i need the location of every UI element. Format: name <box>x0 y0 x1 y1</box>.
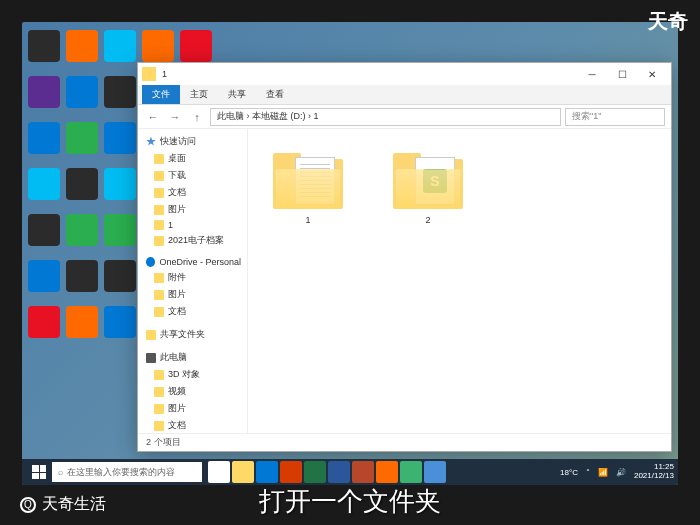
nav-item[interactable]: 文档 <box>140 417 245 433</box>
taskbar-app[interactable] <box>256 461 278 483</box>
taskbar-app[interactable] <box>304 461 326 483</box>
folder-item[interactable]: S 2 <box>388 149 468 225</box>
desktop-icon[interactable] <box>66 168 98 200</box>
taskbar-app[interactable] <box>424 461 446 483</box>
nav-item[interactable]: 2021电子档案 <box>140 232 245 249</box>
star-icon <box>146 137 156 147</box>
desktop-icon[interactable] <box>66 76 98 108</box>
desktop-icon[interactable] <box>28 214 60 246</box>
desktop-icon[interactable] <box>104 30 136 62</box>
folder-icon <box>154 387 164 397</box>
video-subtitle: 打开一个文件夹 <box>259 484 441 519</box>
address-bar: ← → ↑ 此电脑 › 本地磁盘 (D:) › 1 搜索"1" <box>138 105 671 129</box>
taskbar-app[interactable] <box>208 461 230 483</box>
file-explorer-window: 1 ─ ☐ ✕ 文件 主页 共享 查看 ← → ↑ 此电脑 › 本地磁盘 (D:… <box>137 62 672 452</box>
minimize-button[interactable]: ─ <box>577 64 607 84</box>
windows-logo-icon <box>32 465 46 479</box>
desktop-icon[interactable] <box>66 30 98 62</box>
desktop-icon[interactable] <box>28 30 60 62</box>
maximize-button[interactable]: ☐ <box>607 64 637 84</box>
desktop-icon[interactable] <box>104 76 136 108</box>
desktop-icon[interactable] <box>104 122 136 154</box>
folder-icon <box>154 370 164 380</box>
search-input[interactable]: 搜索"1" <box>565 108 665 126</box>
taskbar-search[interactable]: ⌕ 在这里输入你要搜索的内容 <box>52 462 202 482</box>
taskbar-app[interactable] <box>280 461 302 483</box>
volume-icon[interactable]: 🔊 <box>616 468 626 477</box>
folder-icon <box>154 188 164 198</box>
tab-view[interactable]: 查看 <box>256 85 294 104</box>
folder-icon <box>142 67 156 81</box>
desktop-icon[interactable] <box>28 168 60 200</box>
nav-item[interactable]: 图片 <box>140 400 245 417</box>
back-button[interactable]: ← <box>144 108 162 126</box>
folder-icon <box>154 171 164 181</box>
desktop-icon[interactable] <box>28 306 60 338</box>
address-input[interactable]: 此电脑 › 本地磁盘 (D:) › 1 <box>210 108 561 126</box>
content-pane[interactable]: 1 S 2 <box>248 129 671 433</box>
desktop-icon[interactable] <box>28 76 60 108</box>
folder-icon <box>154 273 164 283</box>
start-button[interactable] <box>26 459 52 485</box>
taskbar: ⌕ 在这里输入你要搜索的内容 18°C ˄ 📶 🔊 11:25 2021/12/… <box>22 459 678 485</box>
status-bar: 2 个项目 <box>138 433 671 451</box>
wifi-icon[interactable]: 📶 <box>598 468 608 477</box>
desktop-icon[interactable] <box>104 168 136 200</box>
desktop-icon[interactable] <box>66 122 98 154</box>
nav-item[interactable]: 图片 <box>140 286 245 303</box>
forward-button[interactable]: → <box>166 108 184 126</box>
nav-item[interactable]: 文档 <box>140 303 245 320</box>
desktop-icon[interactable] <box>142 30 174 62</box>
nav-item[interactable]: 1 <box>140 218 245 232</box>
brand-search-icon: Q <box>20 497 36 513</box>
desktop-icon[interactable] <box>66 214 98 246</box>
search-placeholder: 在这里输入你要搜索的内容 <box>67 466 175 479</box>
window-title: 1 <box>162 69 577 79</box>
nav-this-pc[interactable]: 此电脑 <box>140 349 245 366</box>
folder-item[interactable]: 1 <box>268 149 348 225</box>
nav-share[interactable]: 共享文件夹 <box>140 326 245 343</box>
tab-file[interactable]: 文件 <box>142 85 180 104</box>
folder-thumbnail <box>273 149 343 209</box>
search-icon: ⌕ <box>58 467 63 477</box>
taskbar-app[interactable] <box>376 461 398 483</box>
folder-icon <box>146 330 156 340</box>
weather-widget[interactable]: 18°C <box>560 468 578 477</box>
nav-item[interactable]: 桌面 <box>140 150 245 167</box>
ribbon-tabs: 文件 主页 共享 查看 <box>138 85 671 105</box>
tab-share[interactable]: 共享 <box>218 85 256 104</box>
brand-bottom-left: Q 天奇生活 <box>20 494 106 515</box>
desktop-icon[interactable] <box>104 306 136 338</box>
taskbar-app[interactable] <box>328 461 350 483</box>
titlebar[interactable]: 1 ─ ☐ ✕ <box>138 63 671 85</box>
taskbar-app[interactable] <box>400 461 422 483</box>
tray-chevron-icon[interactable]: ˄ <box>586 468 590 477</box>
brand-bl-text: 天奇生活 <box>42 494 106 515</box>
cloud-icon <box>146 257 155 267</box>
nav-item[interactable]: 视频 <box>140 383 245 400</box>
desktop-icon[interactable] <box>28 122 60 154</box>
nav-quick-access[interactable]: 快速访问 <box>140 133 245 150</box>
taskbar-app[interactable] <box>352 461 374 483</box>
desktop-icon[interactable] <box>66 306 98 338</box>
nav-item[interactable]: 3D 对象 <box>140 366 245 383</box>
desktop-icon[interactable] <box>66 260 98 292</box>
nav-item[interactable]: 下载 <box>140 167 245 184</box>
up-button[interactable]: ↑ <box>188 108 206 126</box>
brand-top-right: 天奇 <box>648 8 688 35</box>
pc-icon <box>146 353 156 363</box>
nav-onedrive[interactable]: OneDrive - Personal <box>140 255 245 269</box>
clock[interactable]: 11:25 2021/12/13 <box>634 463 674 481</box>
desktop-icon[interactable] <box>28 260 60 292</box>
taskbar-app[interactable] <box>232 461 254 483</box>
desktop-icon[interactable] <box>180 30 212 62</box>
close-button[interactable]: ✕ <box>637 64 667 84</box>
nav-item[interactable]: 文档 <box>140 184 245 201</box>
tab-home[interactable]: 主页 <box>180 85 218 104</box>
nav-item[interactable]: 图片 <box>140 201 245 218</box>
folder-icon <box>154 205 164 215</box>
navigation-pane[interactable]: 快速访问 桌面 下载 文档 图片 1 2021电子档案 OneDrive - P… <box>138 129 248 433</box>
desktop-icon[interactable] <box>104 214 136 246</box>
desktop-icon[interactable] <box>104 260 136 292</box>
nav-item[interactable]: 附件 <box>140 269 245 286</box>
